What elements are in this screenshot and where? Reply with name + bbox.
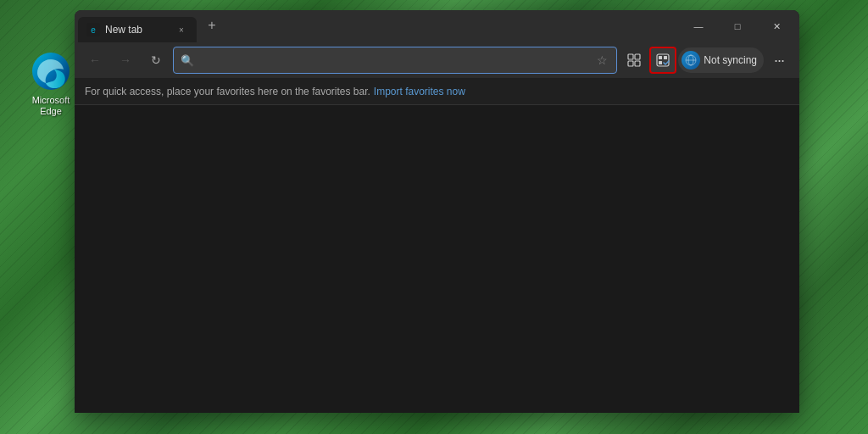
content-area [75,105,799,413]
toolbar-buttons: Not syncing ··· [620,47,793,74]
refresh-button[interactable]: ↻ [142,47,170,74]
svg-rect-10 [659,61,662,64]
browser-essentials-icon [656,53,670,67]
nav-bar: ← → ↻ 🔍 ☆ [75,42,799,78]
svg-rect-9 [664,56,667,59]
tab-favicon: e [86,23,100,36]
edge-icon [31,51,71,92]
svg-rect-3 [628,54,633,59]
not-syncing-button[interactable]: Not syncing [678,47,764,73]
tab-close-button[interactable]: × [175,23,188,36]
browser-essentials-button[interactable] [649,47,676,74]
not-syncing-label: Not syncing [704,54,757,66]
favorites-bar: For quick access, place your favorites h… [75,78,799,105]
browser-window: e New tab × + — □ ✕ ← → ↻ 🔍 ☆ [75,10,799,413]
collections-icon [627,53,641,67]
svg-rect-5 [628,61,633,66]
forward-icon: → [120,53,131,67]
refresh-icon: ↻ [151,53,161,67]
svg-rect-4 [635,54,640,59]
favorites-message: For quick access, place your favorites h… [85,86,370,97]
search-icon: 🔍 [181,54,194,67]
svg-text:e: e [91,25,96,35]
favorite-icon[interactable]: ☆ [595,52,609,69]
collections-button[interactable] [620,47,648,74]
svg-rect-8 [659,56,662,59]
back-button[interactable]: ← [81,47,108,74]
address-bar[interactable]: 🔍 ☆ [173,47,617,74]
sync-globe-icon [682,51,700,70]
close-button[interactable]: ✕ [757,10,796,42]
svg-rect-7 [657,54,669,66]
import-favorites-link[interactable]: Import favorites now [374,86,465,97]
new-tab-button[interactable]: + [200,14,224,37]
edge-icon-label: Microsoft Edge [24,95,78,117]
more-icon: ··· [774,52,784,70]
svg-rect-6 [635,61,640,66]
window-controls: — □ ✕ [676,10,799,42]
tab-title: New tab [105,24,170,36]
back-icon: ← [89,53,101,67]
forward-button[interactable]: → [112,47,139,74]
tab-strip: e New tab × + [75,10,676,42]
active-tab[interactable]: e New tab × [78,17,197,42]
edge-desktop-icon[interactable]: Microsoft Edge [24,51,78,117]
maximize-button[interactable]: □ [718,10,757,42]
title-bar: e New tab × + — □ ✕ [75,10,799,42]
address-input[interactable] [199,54,590,67]
more-button[interactable]: ··· [765,47,793,74]
minimize-button[interactable]: — [679,10,718,42]
